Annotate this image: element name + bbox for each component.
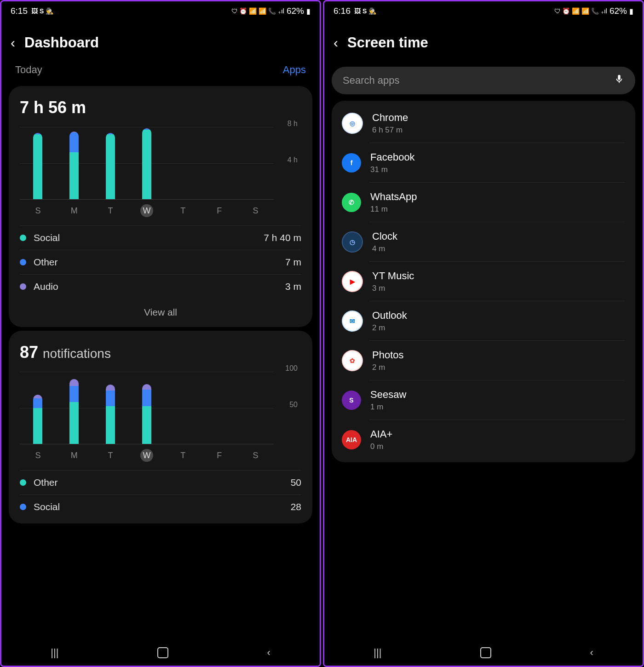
header: ‹ Screen time — [324, 19, 643, 64]
legend-dot — [20, 283, 26, 290]
app-name: Clock — [372, 230, 397, 242]
x-axis-label[interactable]: M — [68, 449, 80, 462]
home-button[interactable] — [480, 647, 491, 658]
app-icon: ◎ — [342, 113, 363, 134]
chart-bar[interactable] — [142, 384, 151, 444]
app-time: 4 m — [372, 244, 397, 253]
app-icon: S — [342, 391, 361, 410]
x-axis-label[interactable]: T — [177, 204, 190, 217]
status-time: 6:16 — [334, 6, 351, 16]
back-nav-button[interactable]: ‹ — [267, 647, 270, 659]
status-left-icons: 🖼 S 🕵 — [31, 7, 53, 15]
app-name: WhatsApp — [370, 191, 417, 203]
legend-dot — [20, 235, 26, 241]
x-axis-label[interactable]: W — [140, 449, 153, 462]
screen-time-legend: Social 7 h 40 m Other 7 m Audio 3 m — [20, 225, 301, 299]
x-axis-label[interactable]: S — [31, 449, 44, 462]
page-title: Dashboard — [24, 34, 99, 51]
x-axis-label[interactable]: F — [213, 449, 226, 462]
app-icon: ✉ — [342, 310, 363, 332]
subtitle-today: Today — [15, 64, 42, 76]
app-icon: ▶ — [342, 271, 363, 292]
home-button[interactable] — [157, 647, 168, 658]
status-right-icons: 🛡 ⏰ 📶 📶 📞 ₊ıl — [554, 7, 607, 15]
app-row[interactable]: f Facebook 31 m — [332, 143, 635, 183]
app-row[interactable]: ◎ Chrome 6 h 57 m — [332, 104, 635, 143]
view-all-button[interactable]: View all — [20, 299, 301, 322]
chart-bar[interactable] — [33, 395, 42, 444]
dashboard-screen: 6:15 🖼 S 🕵 🛡 ⏰ 📶 📶 📞 ₊ıl 62% ▮ ‹ Dashboa… — [0, 0, 321, 667]
app-row[interactable]: ✆ WhatsApp 11 m — [332, 183, 635, 222]
x-axis-label[interactable]: M — [68, 204, 80, 217]
chart-bar[interactable] — [33, 133, 42, 199]
legend-row[interactable]: Social 7 h 40 m — [20, 226, 301, 250]
mic-icon[interactable] — [614, 74, 624, 87]
legend-name: Social — [34, 232, 264, 243]
screen-time-chart: 4 h8 hSMTWTFS — [20, 127, 301, 217]
x-axis-label[interactable]: F — [213, 204, 226, 217]
app-name: AIA+ — [370, 428, 392, 440]
nav-bar: ||| ‹ — [324, 640, 643, 666]
x-axis-label[interactable]: W — [140, 204, 153, 217]
search-input[interactable]: Search apps — [332, 67, 635, 94]
app-time: 6 h 57 m — [372, 126, 408, 135]
app-name: Facebook — [370, 151, 415, 163]
back-button[interactable]: ‹ — [334, 35, 338, 51]
x-axis-label[interactable]: S — [249, 204, 262, 217]
search-placeholder: Search apps — [343, 75, 400, 86]
legend-name: Social — [34, 501, 291, 512]
battery-icon: ▮ — [306, 7, 310, 16]
x-axis-label[interactable]: T — [104, 449, 117, 462]
recents-button[interactable]: ||| — [374, 647, 381, 659]
app-name: Photos — [372, 349, 404, 361]
screen-time-total: 7 h 56 m — [20, 98, 301, 117]
app-icon: f — [342, 153, 361, 172]
back-button[interactable]: ‹ — [11, 35, 15, 51]
notifications-card[interactable]: 87 notifications 50100SMTWTFS Other 50 S… — [9, 331, 312, 523]
legend-dot — [20, 504, 26, 510]
app-row[interactable]: ◷ Clock 4 m — [332, 222, 635, 262]
legend-value: 3 m — [285, 281, 301, 292]
app-icon: ◷ — [342, 231, 363, 253]
legend-row[interactable]: Other 7 m — [20, 250, 301, 275]
legend-row[interactable]: Other 50 — [20, 471, 301, 495]
apps-filter-button[interactable]: Apps — [283, 64, 306, 76]
app-name: Chrome — [372, 112, 408, 124]
chart-bar[interactable] — [106, 133, 115, 199]
notification-label: notifications — [43, 346, 111, 361]
status-battery: 62% — [610, 6, 627, 16]
legend-value: 7 h 40 m — [264, 232, 301, 243]
app-time: 11 m — [370, 205, 417, 214]
chart-bar[interactable] — [106, 385, 115, 444]
app-row[interactable]: ✿ Photos 2 m — [332, 341, 635, 380]
app-icon: ✆ — [342, 193, 361, 212]
screen-time-screen: 6:16 🖼 S 🕵 🛡 ⏰ 📶 📶 📞 ₊ıl 62% ▮ ‹ Screen … — [323, 0, 644, 667]
nav-bar: ||| ‹ — [1, 640, 320, 666]
x-axis-label[interactable]: S — [249, 449, 262, 462]
x-axis-label[interactable]: T — [177, 449, 190, 462]
legend-name: Other — [34, 257, 285, 268]
app-row[interactable]: ✉ Outlook 2 m — [332, 301, 635, 341]
battery-icon: ▮ — [629, 7, 633, 16]
app-row[interactable]: S Seesaw 1 m — [332, 380, 635, 420]
back-nav-button[interactable]: ‹ — [590, 647, 593, 659]
app-row[interactable]: ▶ YT Music 3 m — [332, 262, 635, 301]
app-time: 0 m — [370, 442, 392, 451]
chart-bar[interactable] — [69, 379, 79, 444]
legend-value: 28 — [291, 501, 301, 512]
app-time: 1 m — [370, 402, 406, 412]
legend-row[interactable]: Social 28 — [20, 495, 301, 519]
screen-time-card[interactable]: 7 h 56 m 4 h8 hSMTWTFS Social 7 h 40 m O… — [9, 86, 312, 327]
legend-row[interactable]: Audio 3 m — [20, 275, 301, 299]
status-right-icons: 🛡 ⏰ 📶 📶 📞 ₊ıl — [231, 7, 284, 15]
app-row[interactable]: AIA AIA+ 0 m — [332, 420, 635, 460]
x-axis-label[interactable]: T — [104, 204, 117, 217]
x-axis-label[interactable]: S — [31, 204, 44, 217]
app-icon: AIA — [342, 430, 361, 449]
app-name: Outlook — [372, 310, 407, 322]
y-axis-label: 100 — [285, 364, 298, 373]
chart-bar[interactable] — [142, 128, 151, 199]
recents-button[interactable]: ||| — [51, 647, 58, 659]
app-name: Seesaw — [370, 389, 406, 401]
chart-bar[interactable] — [69, 132, 79, 199]
